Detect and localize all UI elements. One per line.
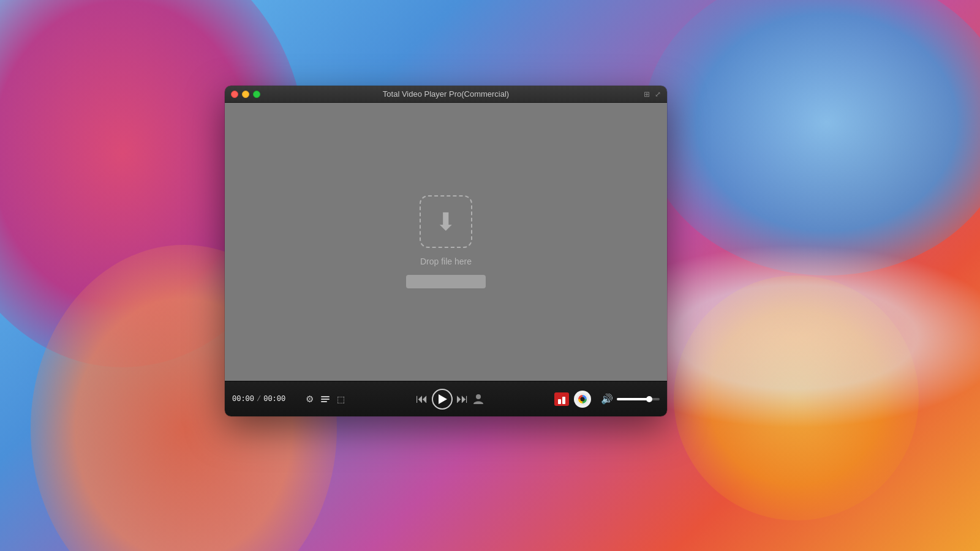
maximize-button[interactable] bbox=[253, 91, 260, 98]
time-separator: / bbox=[257, 395, 261, 403]
volume-fill bbox=[617, 398, 649, 400]
volume-icon: 🔊 bbox=[601, 393, 613, 405]
stats-button[interactable] bbox=[554, 392, 569, 406]
minimize-button[interactable] bbox=[242, 91, 249, 98]
volume-knob[interactable] bbox=[646, 396, 652, 402]
snapshot-button[interactable]: ⬚ bbox=[336, 393, 346, 405]
drop-icon-box: ⬇ bbox=[420, 195, 472, 248]
traffic-lights bbox=[231, 91, 260, 98]
title-bar-controls: ⊞ ⤢ bbox=[644, 91, 661, 98]
play-button[interactable] bbox=[432, 389, 453, 410]
drop-zone[interactable]: ⬇ Drop file here bbox=[406, 195, 486, 288]
volume-section: 🔊 bbox=[601, 393, 660, 405]
time-display: 00:00 / 00:00 bbox=[232, 395, 300, 403]
pip-button[interactable]: ⊞ bbox=[644, 91, 650, 98]
content-area[interactable]: ⬇ Drop file here bbox=[225, 103, 667, 381]
close-button[interactable] bbox=[231, 91, 238, 98]
skip-back-button[interactable]: ⏮ bbox=[416, 392, 428, 406]
skip-back-icon: ⏮ bbox=[416, 392, 428, 406]
fullscreen-button[interactable]: ⤢ bbox=[655, 91, 661, 98]
volume-slider[interactable] bbox=[617, 398, 660, 400]
play-icon bbox=[439, 394, 447, 404]
window-title: Total Video Player Pro(Commercial) bbox=[383, 89, 509, 99]
download-arrow-icon: ⬇ bbox=[435, 209, 456, 234]
controls-bar: 00:00 / 00:00 ⚙ ⬚ ⏮ ⏭ bbox=[225, 381, 667, 416]
open-file-button[interactable] bbox=[406, 275, 486, 288]
settings-button[interactable]: ⚙ bbox=[304, 392, 315, 406]
svg-point-2 bbox=[581, 397, 585, 401]
current-time: 00:00 bbox=[232, 395, 254, 403]
person-icon bbox=[472, 393, 484, 405]
app-window: Total Video Player Pro(Commercial) ⊞ ⤢ ⬇… bbox=[225, 86, 667, 416]
stats-bar-2 bbox=[562, 397, 565, 404]
svg-point-0 bbox=[476, 394, 481, 399]
skip-forward-icon: ⏭ bbox=[456, 392, 469, 406]
playback-controls: ⏮ ⏭ bbox=[416, 389, 484, 410]
skip-forward-button[interactable]: ⏭ bbox=[456, 392, 469, 406]
camera-icon: ⬚ bbox=[337, 394, 345, 404]
playlist-icon bbox=[321, 396, 330, 402]
drop-text: Drop file here bbox=[420, 257, 472, 266]
title-bar: Total Video Player Pro(Commercial) ⊞ ⤢ bbox=[225, 86, 667, 103]
google-icon bbox=[576, 393, 589, 405]
gear-icon: ⚙ bbox=[306, 394, 314, 405]
stats-bar-1 bbox=[558, 399, 561, 404]
total-time: 00:00 bbox=[263, 395, 285, 403]
google-icon-button[interactable] bbox=[574, 391, 591, 408]
user-button[interactable] bbox=[472, 393, 484, 405]
playlist-button[interactable] bbox=[320, 395, 331, 403]
